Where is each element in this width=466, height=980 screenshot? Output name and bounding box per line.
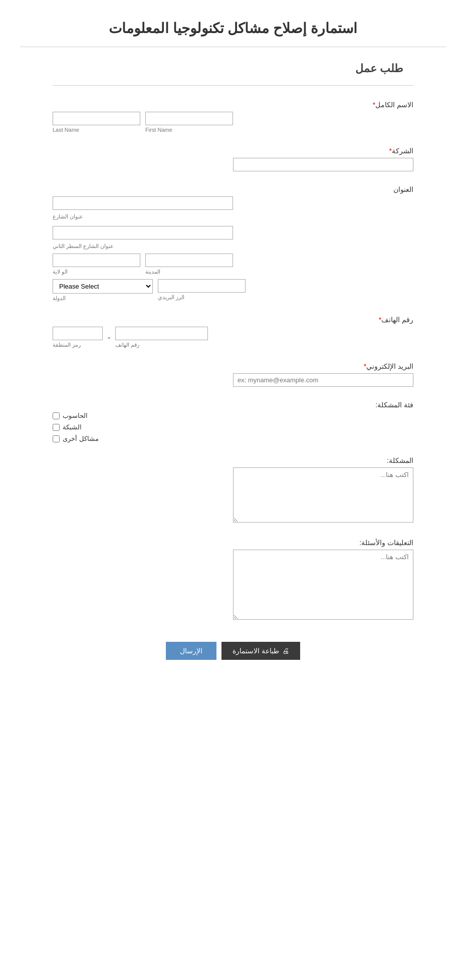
checkbox-network[interactable] — [53, 424, 60, 431]
street-sublabel: عنوان الشارع — [53, 213, 83, 220]
phone-number-input[interactable] — [115, 327, 208, 340]
country-wrap: Please Select الدولة — [53, 279, 153, 302]
city-sublabel: المدينة — [145, 269, 160, 275]
email-input[interactable] — [233, 373, 413, 387]
checkbox-computer[interactable] — [53, 412, 60, 419]
problem-field: المشكلة: — [53, 456, 413, 525]
city-wrap: المدينة — [145, 254, 233, 275]
checkbox-other-label: مشاكل أخرى — [63, 435, 99, 442]
submit-button[interactable]: الإرسال — [166, 642, 216, 660]
checkbox-other-item: مشاكل أخرى — [53, 435, 99, 442]
area-code-wrap: رمز المنطقة — [53, 327, 103, 348]
country-sublabel: الدولة — [53, 295, 66, 302]
street2-sublabel: عنوان الشارع السطر الثاني — [53, 243, 114, 250]
street-input[interactable] — [53, 196, 233, 210]
phone-number-sublabel: رقم الهاتف — [115, 342, 139, 348]
country-select[interactable]: Please Select — [53, 279, 153, 294]
company-field: الشركة* — [53, 147, 413, 171]
state-sublabel: الو لاية — [53, 269, 68, 275]
zip-input[interactable] — [158, 279, 246, 293]
country-zip-row: الرز البريدي Please Select الدولة — [53, 279, 413, 302]
area-code-input[interactable] — [53, 327, 103, 340]
full-name-label: الاسم الكامل* — [53, 101, 413, 109]
checkbox-computer-item: الحاسوب — [53, 412, 88, 419]
company-label: الشركة* — [53, 147, 413, 155]
last-name-wrap: Last Name — [53, 112, 140, 133]
comments-textarea[interactable] — [233, 550, 413, 620]
print-button[interactable]: 🖨 طباعة الاستمارة — [221, 642, 300, 660]
phone-number-wrap: رقم الهاتف — [115, 327, 208, 348]
checkbox-computer-label: الحاسوب — [63, 412, 88, 419]
state-input[interactable] — [53, 254, 140, 267]
first-name-wrap: First Name — [145, 112, 233, 133]
first-name-input[interactable] — [145, 112, 233, 125]
print-icon: 🖨 — [282, 647, 289, 655]
checkboxes: الحاسوب الشبكة مشاكل أخرى — [53, 412, 413, 442]
address-inputs: عنوان الشارع عنوان الشارع السطر الثاني — [53, 196, 413, 250]
phone-label: رقم الهاتف* — [53, 316, 413, 324]
name-inputs-row: First Name Last Name — [53, 112, 413, 133]
comments-label: التعليقات والأسئلة: — [53, 539, 413, 547]
first-name-sublabel: First Name — [145, 127, 172, 133]
company-input[interactable] — [233, 158, 413, 171]
problem-label: المشكلة: — [53, 456, 413, 464]
zip-wrap: الرز البريدي — [158, 279, 246, 301]
state-wrap: الو لاية — [53, 254, 140, 275]
problem-category-field: فئة المشكلة: الحاسوب الشبكة مشاكل أخرى — [53, 401, 413, 442]
checkbox-network-label: الشبكة — [63, 423, 82, 431]
checkbox-network-item: الشبكة — [53, 423, 82, 431]
address-field: العنوان عنوان الشارع عنوان الشارع السطر … — [53, 185, 413, 302]
phone-field: رقم الهاتف* رقم الهاتف - رمز المنطقة — [53, 316, 413, 348]
problem-textarea[interactable] — [233, 467, 413, 523]
full-name-field: الاسم الكامل* First Name Last Name — [53, 101, 413, 133]
last-name-input[interactable] — [53, 112, 140, 125]
top-divider — [20, 47, 446, 47]
city-state-row: المدينة الو لاية — [53, 254, 413, 275]
address-label: العنوان — [53, 185, 413, 193]
email-label: البريد الإلكتروني* — [53, 362, 413, 370]
city-input[interactable] — [145, 254, 233, 267]
phone-dash: - — [107, 333, 111, 342]
section-title: طلب عمل — [53, 62, 413, 75]
page-title: استمارة إصلاح مشاكل تكنولوجيا المعلومات — [20, 0, 446, 47]
comments-field: التعليقات والأسئلة: — [53, 539, 413, 622]
problem-category-label: فئة المشكلة: — [53, 401, 413, 409]
phone-inputs-row: رقم الهاتف - رمز المنطقة — [53, 327, 413, 348]
print-label: طباعة الاستمارة — [232, 647, 279, 655]
checkbox-other[interactable] — [53, 435, 60, 442]
last-name-sublabel: Last Name — [53, 127, 79, 133]
email-field: البريد الإلكتروني* — [53, 362, 413, 387]
area-code-sublabel: رمز المنطقة — [53, 342, 81, 348]
buttons-row: 🖨 طباعة الاستمارة الإرسال — [53, 642, 413, 660]
section-divider — [53, 85, 413, 86]
street2-input[interactable] — [53, 226, 233, 239]
zip-sublabel: الرز البريدي — [158, 294, 184, 301]
